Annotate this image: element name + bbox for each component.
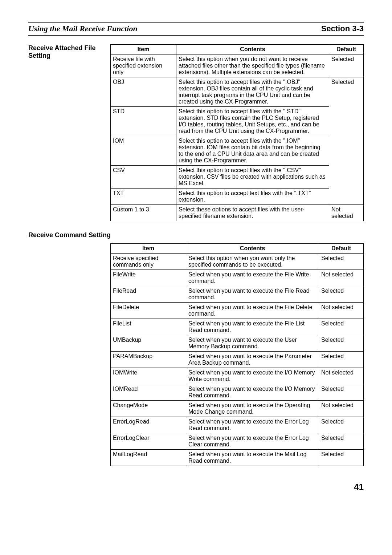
page-header: Using the Mail Receive Function Section … — [28, 22, 364, 36]
cell-contents: Select when you want to execute the File… — [186, 286, 319, 303]
cell-default — [329, 136, 364, 166]
cell-default: Selected — [319, 450, 364, 466]
cell-contents: Select when you want to execute the Oper… — [186, 401, 319, 417]
cell-item: FileRead — [111, 286, 186, 303]
cell-contents: Select this option when you want only th… — [186, 254, 319, 270]
table-row: Receive file with specified extension on… — [111, 54, 364, 77]
cell-default: Not selected — [319, 270, 364, 286]
cell-item: TXT — [111, 189, 176, 205]
cell-item: IOMRead — [111, 384, 186, 401]
table-row: STD Select this option to accept files w… — [111, 107, 364, 136]
cell-default: Selected — [329, 54, 364, 77]
table-row: ErrorLogClearSelect when you want to exe… — [111, 433, 364, 450]
cell-contents: Select this option to accept files with … — [176, 166, 329, 189]
cell-contents: Select when you want to execute the File… — [186, 270, 319, 286]
section-2-title: Receive Command Setting — [28, 231, 364, 239]
cell-contents: Select this option to accept text files … — [176, 189, 329, 205]
cell-item: CSV — [111, 166, 176, 189]
table-row: MailLogReadSelect when you want to execu… — [111, 450, 364, 466]
table-row: FileDeleteSelect when you want to execut… — [111, 303, 364, 319]
cell-default: Not selected — [319, 368, 364, 384]
cell-contents: Select when you want to execute the File… — [186, 319, 319, 335]
cell-contents: Select these options to accept files wit… — [176, 205, 329, 221]
cell-item: ErrorLogRead — [111, 417, 186, 433]
cell-contents: Select this option to accept files with … — [176, 107, 329, 136]
cell-item: IOMWrite — [111, 368, 186, 384]
cell-default: Selected — [319, 384, 364, 401]
table-row: TXT Select this option to accept text fi… — [111, 189, 364, 205]
table-row: UMBackupSelect when you want to execute … — [111, 335, 364, 352]
cell-contents: Select when you want to execute the User… — [186, 335, 319, 352]
cell-contents: Select this option to accept files with … — [176, 77, 329, 107]
cell-item: IOM — [111, 136, 176, 166]
header-left: Using the Mail Receive Function — [28, 24, 138, 33]
cell-item: MailLogRead — [111, 450, 186, 466]
header-right: Section 3-3 — [321, 24, 364, 33]
cell-default — [329, 189, 364, 205]
cell-item: OBJ — [111, 77, 176, 107]
cell-item: Receive specified commands only — [111, 254, 186, 270]
table-row: Custom 1 to 3 Select these options to ac… — [111, 205, 364, 221]
table-row: FileWriteSelect when you want to execute… — [111, 270, 364, 286]
table-2-header-row: Item Contents Default — [111, 244, 364, 254]
cell-contents: Select when you want to execute the Para… — [186, 352, 319, 368]
cell-item: ErrorLogClear — [111, 433, 186, 450]
cell-contents: Select when you want to execute the Erro… — [186, 433, 319, 450]
cell-item: FileWrite — [111, 270, 186, 286]
table-2-header-item: Item — [111, 244, 186, 254]
cell-item: Receive file with specified extension on… — [111, 54, 176, 77]
section-1-title: Receive Attached File Setting — [28, 44, 110, 60]
table-row: PARAMBackupSelect when you want to execu… — [111, 352, 364, 368]
table-row: ChangeModeSelect when you want to execut… — [111, 401, 364, 417]
cell-item: FileList — [111, 319, 186, 335]
table-1: Item Contents Default Receive file with … — [110, 44, 364, 221]
cell-contents: Select when you want to execute the Erro… — [186, 417, 319, 433]
table-row: IOM Select this option to accept files w… — [111, 136, 364, 166]
cell-default: Not selected — [319, 401, 364, 417]
table-1-header-contents: Contents — [176, 45, 329, 54]
table-2-header-default: Default — [319, 244, 364, 254]
table-row: ErrorLogReadSelect when you want to exec… — [111, 417, 364, 433]
cell-default: Selected — [319, 433, 364, 450]
table-row: OBJ Select this option to accept files w… — [111, 77, 364, 107]
cell-default: Selected — [319, 352, 364, 368]
cell-item: PARAMBackup — [111, 352, 186, 368]
cell-item: FileDelete — [111, 303, 186, 319]
table-row: CSV Select this option to accept files w… — [111, 166, 364, 189]
section-1: Receive Attached File Setting Item Conte… — [28, 44, 364, 221]
cell-default: Not selected — [319, 303, 364, 319]
cell-contents: Select when you want to execute the Mail… — [186, 450, 319, 466]
cell-contents: Select when you want to execute the File… — [186, 303, 319, 319]
table-1-header-row: Item Contents Default — [111, 45, 364, 54]
cell-contents: Select when you want to execute the I/O … — [186, 384, 319, 401]
section-2: Item Contents Default Receive specified … — [28, 243, 364, 466]
cell-default: Selected — [319, 319, 364, 335]
table-1-header-default: Default — [329, 45, 364, 54]
cell-default: Selected — [329, 77, 364, 107]
cell-default: Selected — [319, 286, 364, 303]
table-row: IOMReadSelect when you want to execute t… — [111, 384, 364, 401]
cell-default: Selected — [319, 417, 364, 433]
cell-default — [329, 107, 364, 136]
cell-item: Custom 1 to 3 — [111, 205, 176, 221]
table-1-header-item: Item — [111, 45, 176, 54]
table-row: IOMWriteSelect when you want to execute … — [111, 368, 364, 384]
cell-contents: Select this option when you do not want … — [176, 54, 329, 77]
cell-contents: Select this option to accept files with … — [176, 136, 329, 166]
page-number: 41 — [28, 482, 364, 492]
cell-default — [329, 166, 364, 189]
cell-default: Not selected — [329, 205, 364, 221]
cell-item: UMBackup — [111, 335, 186, 352]
table-row: FileReadSelect when you want to execute … — [111, 286, 364, 303]
table-row: Receive specified commands onlySelect th… — [111, 254, 364, 270]
table-2-header-contents: Contents — [186, 244, 319, 254]
table-2: Item Contents Default Receive specified … — [110, 243, 364, 466]
cell-item: ChangeMode — [111, 401, 186, 417]
cell-contents: Select when you want to execute the I/O … — [186, 368, 319, 384]
cell-default: Selected — [319, 254, 364, 270]
cell-item: STD — [111, 107, 176, 136]
cell-default: Selected — [319, 335, 364, 352]
table-row: FileListSelect when you want to execute … — [111, 319, 364, 335]
